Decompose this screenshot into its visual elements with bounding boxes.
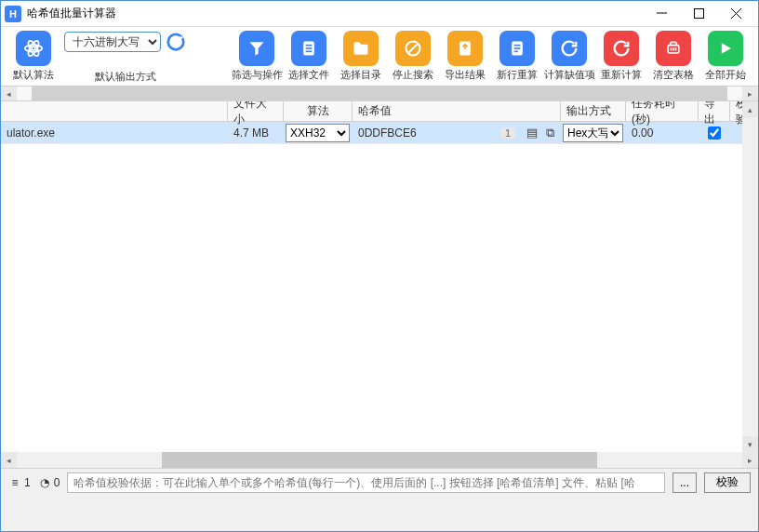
cell-elapsed: 0.00 <box>626 122 699 143</box>
list-count-stat: ≡ 1 <box>8 476 31 489</box>
start-all-button[interactable]: 全部开始 <box>700 31 751 82</box>
cell-hash-actions: ▤ ⧉ <box>522 122 561 143</box>
export-checkbox[interactable] <box>708 126 721 140</box>
output-format-select[interactable]: 十六进制大写 <box>64 32 161 52</box>
clear-button[interactable]: 清空表格 <box>648 31 699 82</box>
app-icon: H <box>5 6 21 22</box>
stop-search-button[interactable]: 停止搜索 <box>388 31 438 82</box>
bottom-hscrollbar[interactable]: ◂ ▸ <box>1 452 758 468</box>
svg-line-11 <box>408 44 418 53</box>
export-label: 导出结果 <box>445 68 486 82</box>
select-dir-label: 选择目录 <box>340 68 381 82</box>
recalc-new-button[interactable]: 新行重算 <box>492 31 542 82</box>
hash-count-badge: 1 <box>500 127 515 139</box>
recalc-new-label: 新行重算 <box>497 68 538 82</box>
calc-missing-label: 计算缺值项 <box>544 68 595 82</box>
calc-missing-button[interactable]: 计算缺值项 <box>544 31 594 82</box>
filter-button[interactable]: 筛选与操作 <box>232 31 282 82</box>
window-title: 哈希值批量计算器 <box>27 6 643 21</box>
select-dir-button[interactable]: 选择目录 <box>336 31 386 82</box>
scroll-down-icon[interactable]: ▾ <box>742 436 758 452</box>
start-all-label: 全部开始 <box>705 68 746 82</box>
scroll-up-icon[interactable]: ▴ <box>742 101 758 117</box>
select-file-button[interactable]: 选择文件 <box>284 31 334 82</box>
list-icon[interactable]: ▤ <box>525 126 539 140</box>
svg-point-1 <box>32 47 35 50</box>
table-area: 文件大小 算法 哈希值 输出方式 任务耗时 (秒) 导出 校验 ulator.e… <box>1 101 758 468</box>
algo-select[interactable]: XXH32 <box>286 124 350 142</box>
col-export[interactable]: 导出 <box>699 101 730 121</box>
recalc-all-button[interactable]: 重新计算 <box>596 31 646 82</box>
output-format-label: 默认输出方式 <box>95 70 156 84</box>
table-row[interactable]: ulator.exe 4.7 MB XXH32 0DDFBCE61 ▤ ⧉ He… <box>1 122 758 144</box>
stop-search-label: 停止搜索 <box>393 68 433 82</box>
table-header: 文件大小 算法 哈希值 输出方式 任务耗时 (秒) 导出 校验 <box>1 101 758 122</box>
recalc-all-label: 重新计算 <box>601 68 642 82</box>
scroll-left-icon[interactable]: ◂ <box>1 452 17 468</box>
cell-algo[interactable]: XXH32 <box>284 122 353 143</box>
cell-filename: ulator.exe <box>1 122 228 143</box>
scroll-left-icon[interactable]: ◂ <box>1 86 17 100</box>
filter-label: 筛选与操作 <box>232 68 283 82</box>
top-hscrollbar[interactable]: ◂ ▸ <box>1 86 758 101</box>
col-filename[interactable] <box>1 101 228 121</box>
col-hash[interactable]: 哈希值 <box>353 101 561 121</box>
select-file-label: 选择文件 <box>288 68 329 82</box>
list-count-icon: ≡ <box>8 476 21 489</box>
maximize-button[interactable] <box>680 1 717 27</box>
ring-count-icon: ◔ <box>38 476 51 489</box>
titlebar: H 哈希值批量计算器 <box>1 1 758 27</box>
scroll-right-icon[interactable]: ▸ <box>742 86 758 100</box>
output-format-dropdown-wrap: 十六进制大写 默认输出方式 <box>64 31 187 84</box>
col-algo[interactable]: 算法 <box>284 101 353 121</box>
verify-input[interactable] <box>67 472 665 493</box>
cell-export[interactable] <box>699 122 730 143</box>
col-output[interactable]: 输出方式 <box>561 101 626 121</box>
clear-label: 清空表格 <box>653 68 694 82</box>
refresh-icon[interactable] <box>165 31 187 53</box>
cell-hash: 0DDFBCE61 <box>353 122 522 143</box>
col-filesize[interactable]: 文件大小 <box>228 101 284 121</box>
ring-count-stat: ◔ 0 <box>38 476 60 489</box>
svg-rect-0 <box>694 9 703 19</box>
output-select[interactable]: Hex大写 <box>563 124 623 142</box>
verify-button[interactable]: 校验 <box>704 472 751 493</box>
copy-icon[interactable]: ⧉ <box>543 126 558 140</box>
statusbar: ≡ 1 ◔ 0 ... 校验 <box>1 468 758 496</box>
close-button[interactable] <box>717 1 754 27</box>
default-algo-label: 默认算法 <box>13 68 54 82</box>
cell-output[interactable]: Hex大写 <box>561 122 626 143</box>
toolbar: 默认算法 十六进制大写 默认输出方式 筛选与操作 选择文件 选择目录 停止搜索 … <box>1 27 758 86</box>
cell-filesize: 4.7 MB <box>228 122 284 143</box>
browse-button[interactable]: ... <box>672 472 697 493</box>
minimize-button[interactable] <box>643 1 680 27</box>
col-elapsed[interactable]: 任务耗时 (秒) <box>626 101 699 121</box>
vscrollbar[interactable]: ▴ ▾ <box>742 101 758 452</box>
scroll-right-icon[interactable]: ▸ <box>742 452 758 468</box>
export-button[interactable]: 导出结果 <box>440 31 490 82</box>
default-algo-button[interactable]: 默认算法 <box>8 31 59 82</box>
